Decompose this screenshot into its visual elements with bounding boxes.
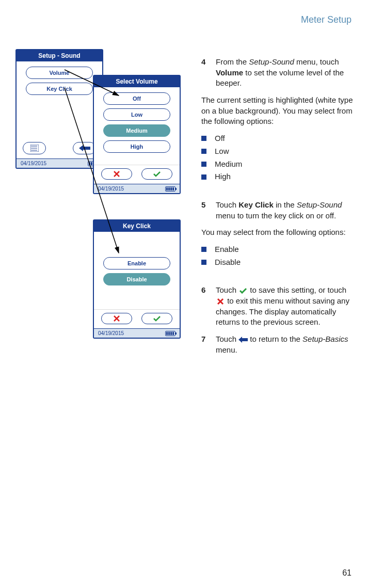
battery-icon — [165, 186, 175, 192]
battery-icon — [165, 331, 175, 336]
bullet-text: High — [215, 171, 231, 182]
cancel-x-icon — [113, 170, 120, 178]
status-bar: 04/19/2015 — [94, 184, 180, 193]
disable-button[interactable]: Disable — [103, 273, 170, 285]
list-button[interactable] — [23, 142, 46, 154]
step-number: 6 — [201, 285, 216, 328]
text: to save this setting, or touch — [248, 285, 346, 294]
bullet-text: Low — [215, 146, 229, 157]
bullet-square-icon — [201, 149, 206, 154]
svg-point-5 — [31, 148, 32, 149]
bullet-text: Enable — [215, 244, 239, 255]
svg-point-6 — [31, 150, 32, 151]
volume-off-button[interactable]: Off — [103, 92, 170, 105]
cancel-button[interactable] — [101, 313, 132, 324]
key-click-button[interactable]: Key Click — [26, 83, 93, 95]
instructions-column: 4 From the Setup-Sound menu, touch Volum… — [201, 57, 354, 361]
text: to return to the — [248, 335, 302, 343]
step-5: 5 Touch Key Click in the Setup-Sound men… — [201, 200, 354, 221]
bullet-square-icon — [201, 136, 206, 141]
confirm-button[interactable] — [141, 313, 172, 324]
cancel-x-icon — [113, 315, 120, 322]
svg-marker-7 — [79, 145, 90, 151]
step-number: 5 — [201, 200, 216, 221]
text: in the — [274, 200, 297, 209]
bullet-square-icon — [201, 247, 206, 252]
check-icon — [153, 315, 161, 322]
text: Touch — [216, 335, 238, 343]
svg-point-4 — [31, 146, 32, 147]
cancel-x-icon — [216, 298, 225, 305]
text-italic: Setup-Sound — [297, 200, 342, 209]
enable-button[interactable]: Enable — [103, 257, 170, 269]
step-number: 7 — [201, 334, 216, 355]
screen-select-volume: Select Volume Off Low Medium High 04/19/… — [93, 75, 181, 194]
text-bold: Volume — [216, 68, 243, 77]
text: to exit this menu without saving any cha… — [216, 296, 349, 326]
volume-medium-button[interactable]: Medium — [103, 124, 170, 137]
screen-setup-sound: Setup - Sound Volume Key Click 04/19/201… — [15, 49, 103, 169]
text: menu. — [216, 345, 237, 354]
page-number: 61 — [342, 568, 352, 578]
step-4-bullets: Off Low Medium High — [201, 133, 354, 182]
step-4: 4 From the Setup-Sound menu, touch Volum… — [201, 57, 354, 89]
status-bar: 04/19/2015 — [17, 158, 102, 168]
screen-title: Setup - Sound — [17, 50, 102, 61]
screen-title: Select Volume — [94, 76, 180, 87]
bullet-square-icon — [201, 174, 206, 180]
text-bold: Key Click — [238, 200, 274, 209]
volume-high-button[interactable]: High — [103, 140, 170, 153]
page-header-title: Meter Setup — [301, 14, 352, 25]
screen-title: Key Click — [94, 220, 180, 232]
bullet-text: Off — [215, 133, 225, 144]
step-5-para: You may select from the following option… — [201, 227, 354, 238]
bullet-text: Medium — [215, 159, 242, 170]
text: Touch — [216, 285, 238, 294]
status-date: 04/19/2015 — [98, 186, 124, 192]
back-arrow-icon — [238, 336, 248, 343]
text: From the — [216, 57, 249, 66]
text-italic: Setup-Sound — [249, 57, 294, 66]
text-italic: Setup-Basics — [302, 335, 348, 343]
step-6: 6 Touch to save this setting, or touch t… — [201, 285, 354, 328]
volume-low-button[interactable]: Low — [103, 108, 170, 121]
text: Touch — [216, 200, 238, 209]
screen-key-click: Key Click Enable Disable 04/19/2015 — [93, 219, 181, 339]
bullet-square-icon — [201, 162, 206, 167]
cancel-button[interactable] — [101, 168, 132, 180]
text: menu to turn the key click on or off. — [216, 211, 336, 220]
step-number: 4 — [201, 57, 216, 89]
check-icon — [153, 170, 161, 178]
bullet-square-icon — [201, 260, 206, 265]
status-date: 04/19/2015 — [98, 330, 124, 336]
check-icon — [238, 287, 248, 294]
status-bar: 04/19/2015 — [94, 328, 180, 338]
back-arrow-icon — [79, 145, 90, 152]
text: menu, touch — [294, 57, 339, 66]
status-date: 04/19/2015 — [21, 161, 46, 166]
step-5-bullets: Enable Disable — [201, 244, 354, 267]
svg-marker-17 — [238, 337, 248, 343]
confirm-button[interactable] — [141, 168, 172, 180]
bullet-text: Disable — [215, 257, 241, 268]
step-4-para: The current setting is highlighted (whit… — [201, 95, 354, 127]
volume-button[interactable]: Volume — [26, 67, 93, 79]
step-7: 7 Touch to return to the Setup-Basics me… — [201, 334, 354, 355]
